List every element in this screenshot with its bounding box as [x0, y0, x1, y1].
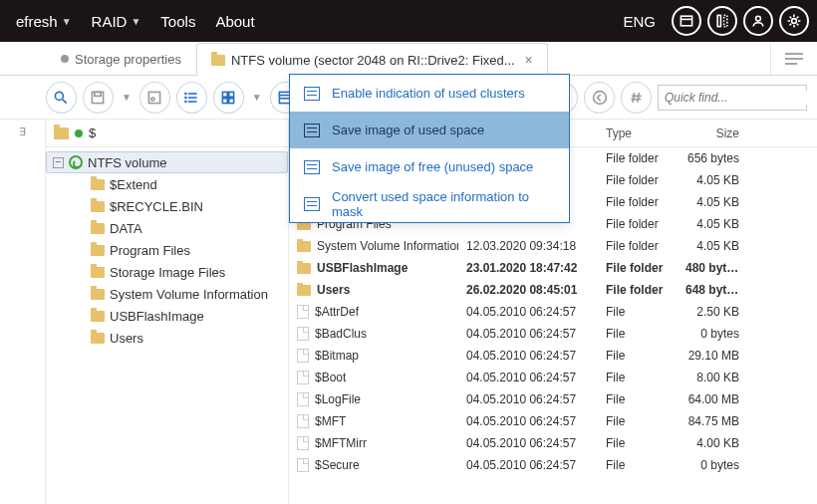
- file-date: 04.05.2010 06:24:57: [458, 349, 598, 363]
- file-type: File: [598, 436, 678, 450]
- file-date: 04.05.2010 06:24:57: [458, 436, 598, 450]
- list-icon: [304, 197, 320, 211]
- back-icon[interactable]: [584, 82, 615, 114]
- window-icon[interactable]: [672, 6, 701, 36]
- panel-icon[interactable]: [707, 6, 737, 36]
- save-dropdown-icon[interactable]: ▼: [120, 92, 134, 103]
- folder-icon: [211, 55, 225, 66]
- file-size: 4.05 KB: [678, 217, 757, 231]
- svg-rect-21: [229, 98, 234, 103]
- file-size: 84.75 MB: [678, 414, 757, 428]
- file-type: File folder: [598, 173, 678, 187]
- collapse-icon[interactable]: −: [53, 157, 64, 168]
- file-row[interactable]: $Secure04.05.2010 06:24:57File0 bytes: [289, 454, 817, 476]
- search-icon[interactable]: [46, 82, 77, 114]
- svg-point-16: [185, 97, 187, 99]
- file-row[interactable]: $MFTMirr04.05.2010 06:24:57File4.00 KB: [289, 432, 817, 454]
- tree-item[interactable]: DATA: [46, 217, 288, 239]
- file-type: File folder: [598, 195, 678, 209]
- list-icon: [304, 87, 320, 101]
- file-row[interactable]: $LogFile04.05.2010 06:24:57File64.00 MB: [289, 388, 817, 410]
- user-icon[interactable]: [743, 6, 773, 36]
- file-row[interactable]: $MFT04.05.2010 06:24:57File84.75 MB: [289, 410, 817, 432]
- tree-label: USBFlashImage: [110, 309, 204, 324]
- grid-icon[interactable]: [213, 82, 244, 114]
- language-selector[interactable]: ENG: [613, 9, 666, 34]
- hash-icon[interactable]: [621, 82, 652, 114]
- close-icon[interactable]: ×: [525, 52, 533, 68]
- dropdown-item[interactable]: Convert used space information to mask: [290, 185, 569, 222]
- file-size: 656 bytes: [678, 151, 757, 165]
- file-type: File folder: [598, 239, 678, 253]
- svg-point-4: [756, 16, 761, 21]
- file-name: System Volume Information: [317, 239, 458, 253]
- menubar: efresh▼ RAID▼ Tools About ENG: [0, 0, 817, 42]
- menu-about[interactable]: About: [207, 9, 262, 34]
- folder-icon: [54, 127, 69, 139]
- save-icon[interactable]: [83, 82, 114, 114]
- tab-storage-properties[interactable]: Storage properties: [46, 42, 196, 75]
- file-icon: [297, 305, 309, 319]
- file-type: File folder: [598, 283, 678, 297]
- svg-point-11: [151, 98, 154, 101]
- file-size: 2.50 KB: [678, 305, 757, 319]
- tree-item[interactable]: Program Files: [46, 239, 288, 261]
- file-row[interactable]: $AttrDef04.05.2010 06:24:57File2.50 KB: [289, 301, 817, 323]
- status-dot-icon: [75, 129, 83, 137]
- list-icon[interactable]: [176, 82, 207, 114]
- file-row[interactable]: $Bitmap04.05.2010 06:24:57File29.10 MB: [289, 345, 817, 367]
- tree-item[interactable]: $RECYCLE.BIN: [46, 195, 288, 217]
- file-size: 64.00 MB: [678, 392, 757, 406]
- tree-label: DATA: [110, 221, 142, 236]
- gear-icon[interactable]: [779, 6, 809, 36]
- folder-icon: [91, 289, 105, 300]
- file-icon: [297, 458, 309, 472]
- file-date: 04.05.2010 06:24:57: [458, 305, 598, 319]
- tree-root[interactable]: − NTFS volume: [46, 151, 288, 173]
- file-type: File: [598, 305, 678, 319]
- file-row[interactable]: $Boot04.05.2010 06:24:57File8.00 KB: [289, 367, 817, 388]
- quick-find: [658, 85, 807, 111]
- tabs-menu-icon[interactable]: [770, 42, 817, 75]
- tree-item[interactable]: System Volume Information: [46, 283, 288, 305]
- col-header-type[interactable]: Type: [598, 126, 678, 140]
- tree-label: Program Files: [110, 243, 190, 258]
- file-type: File: [598, 371, 678, 384]
- tree-item[interactable]: Users: [46, 327, 288, 349]
- left-gutter: ∃: [0, 120, 46, 504]
- file-type: File folder: [598, 217, 678, 231]
- col-header-size[interactable]: Size: [678, 126, 757, 140]
- grid-dropdown-icon[interactable]: ▼: [250, 92, 264, 103]
- tab-label: NTFS volume (sector 2048 on RI::Drive2: …: [231, 53, 515, 68]
- tree-label: NTFS volume: [88, 155, 166, 170]
- file-row[interactable]: System Volume Information12.03.2020 09:3…: [289, 235, 817, 257]
- file-size: 648 bytes: [678, 283, 757, 297]
- menu-refresh[interactable]: efresh▼: [8, 9, 80, 34]
- tree-item[interactable]: $Extend: [46, 173, 288, 195]
- folder-icon: [297, 263, 311, 274]
- tree-item[interactable]: Storage Image Files: [46, 261, 288, 283]
- file-row[interactable]: $BadClus04.05.2010 06:24:57File0 bytes: [289, 323, 817, 345]
- dropdown-item[interactable]: Save image of free (unused) space: [290, 148, 569, 185]
- tree-item[interactable]: USBFlashImage: [46, 305, 288, 327]
- file-name: $MFT: [315, 414, 346, 428]
- dropdown-item[interactable]: Enable indication of used clusters: [290, 75, 569, 112]
- menu-raid[interactable]: RAID▼: [84, 9, 149, 34]
- file-name: $MFTMirr: [315, 436, 367, 450]
- file-name: $LogFile: [315, 392, 361, 406]
- tree-label: System Volume Information: [110, 287, 268, 302]
- dropdown-label: Enable indication of used clusters: [332, 86, 525, 101]
- file-row[interactable]: Users26.02.2020 08:45:01File folder648 b…: [289, 279, 817, 301]
- preview-icon[interactable]: [139, 82, 170, 114]
- file-date: 04.05.2010 06:24:57: [458, 458, 598, 472]
- file-type: File: [598, 392, 678, 406]
- file-size: 4.05 KB: [678, 239, 757, 253]
- dropdown-item[interactable]: Save image of used space: [290, 112, 569, 148]
- file-icon: [297, 371, 309, 384]
- file-row[interactable]: USBFlashImage23.01.2020 18:47:42File fol…: [289, 257, 817, 279]
- menu-tools[interactable]: Tools: [152, 9, 203, 34]
- tab-ntfs-volume[interactable]: NTFS volume (sector 2048 on RI::Drive2: …: [196, 43, 548, 76]
- tree-panel: $ − NTFS volume $Extend$RECYCLE.BINDATAP…: [46, 120, 289, 504]
- svg-rect-18: [223, 92, 228, 97]
- quick-find-input[interactable]: [659, 91, 817, 105]
